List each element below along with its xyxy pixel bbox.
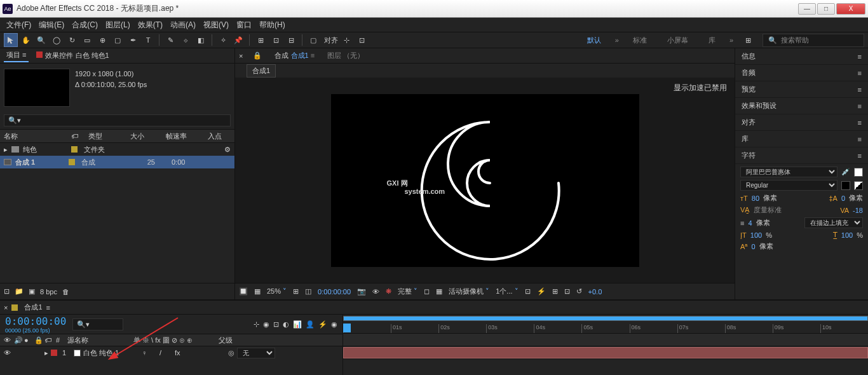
- library-panel-header[interactable]: 库≡: [735, 131, 868, 147]
- tab-menu-icon[interactable]: ≡: [46, 304, 50, 311]
- tracking[interactable]: -18: [853, 207, 863, 214]
- project-thumbnail[interactable]: [4, 69, 70, 107]
- close-button[interactable]: X: [836, 3, 865, 15]
- font-size[interactable]: 80: [752, 194, 759, 202]
- minimize-button[interactable]: —: [798, 3, 816, 15]
- effects-panel-header[interactable]: 效果和预设≡: [735, 98, 868, 114]
- col-in[interactable]: 入点: [208, 132, 222, 141]
- baseline[interactable]: 0: [751, 243, 755, 250]
- motion-blur-icon[interactable]: ◐: [283, 320, 289, 329]
- workspace-default[interactable]: 默认: [581, 34, 607, 46]
- layer-duration-bar[interactable]: [343, 347, 868, 358]
- close-tab-icon[interactable]: ×: [4, 304, 8, 311]
- align-panel-header[interactable]: 对齐≡: [735, 114, 868, 131]
- project-search[interactable]: 🔍▾: [4, 114, 231, 126]
- menu-composition[interactable]: 合成(C): [68, 18, 102, 32]
- comp-subtab[interactable]: 合成1: [247, 64, 276, 78]
- col-switches[interactable]: 单 ※ \ fx 圖 ⊘ ⊙ ⊕: [133, 336, 216, 345]
- panel-toggle[interactable]: ⊞: [741, 33, 755, 47]
- exposure[interactable]: +0.0: [588, 288, 602, 296]
- timeline-icon[interactable]: ⊞: [552, 287, 558, 296]
- audio-icon[interactable]: 🔊: [14, 336, 22, 344]
- frame-blend-icon[interactable]: ⊡: [273, 320, 279, 329]
- solo-icon[interactable]: ●: [24, 336, 32, 344]
- parent-dropdown[interactable]: 无: [237, 348, 275, 358]
- views-dropdown[interactable]: 1个... ˅: [496, 287, 518, 296]
- brainstorm-icon[interactable]: ◉: [331, 320, 337, 329]
- info-panel-header[interactable]: 信息≡: [735, 48, 868, 65]
- selection-tool[interactable]: [4, 33, 18, 47]
- effect-controls-tab[interactable]: 效果控件 白色 纯色1: [34, 50, 111, 62]
- new-comp-icon[interactable]: ▣: [29, 287, 35, 296]
- snap-toggle[interactable]: ▢: [306, 33, 320, 47]
- text-tool[interactable]: T: [141, 33, 155, 47]
- swap-colors[interactable]: [854, 181, 863, 190]
- menu-help[interactable]: 帮助(H): [255, 18, 289, 32]
- timeline-layer-track[interactable]: [343, 346, 868, 359]
- composition-viewer[interactable]: 显示加速已禁用 GXI 网 system.com: [235, 78, 735, 283]
- lock-icon[interactable]: 🔒: [253, 51, 262, 60]
- parent-pickwhip-icon[interactable]: ◎: [228, 349, 234, 357]
- transparency-icon[interactable]: ▦: [436, 287, 442, 296]
- workspace-library[interactable]: 库: [702, 34, 722, 46]
- graph-editor-icon[interactable]: 📊: [293, 320, 302, 329]
- video-icon[interactable]: 👁: [4, 336, 11, 344]
- clone-tool[interactable]: ⟐: [179, 33, 193, 47]
- project-row-folder[interactable]: ▸ 纯色 文件夹 ⚙: [0, 143, 234, 156]
- roi-icon[interactable]: ◻: [424, 287, 430, 296]
- reset-exposure-icon[interactable]: ↺: [576, 287, 582, 296]
- bpc-label[interactable]: 8 bpc: [40, 288, 57, 296]
- interpret-icon[interactable]: ⊡: [4, 287, 10, 296]
- menu-file[interactable]: 文件(F): [3, 18, 35, 32]
- grid-icon[interactable]: ▦: [254, 287, 261, 296]
- fill-color[interactable]: [854, 168, 863, 177]
- timecode-display[interactable]: 0:00:00:00 00000 (25.00 fps): [5, 315, 66, 334]
- snap-edge-tool[interactable]: ⊹: [339, 33, 353, 47]
- menu-layer[interactable]: 图层(L): [102, 18, 134, 32]
- local-axis-tool[interactable]: ⊞: [254, 33, 268, 47]
- playhead[interactable]: [343, 324, 351, 332]
- camera-dropdown[interactable]: 活动摄像机 ˅: [449, 287, 489, 296]
- project-row-comp[interactable]: 合成 1 合成 25 0:00: [0, 156, 234, 168]
- preview-panel-header[interactable]: 预览≡: [735, 81, 868, 98]
- puppet-tool[interactable]: 📌: [231, 33, 245, 47]
- camera-tool[interactable]: ▭: [80, 33, 94, 47]
- maximize-button[interactable]: □: [817, 3, 835, 15]
- zoom-dropdown[interactable]: 25% ˅: [267, 287, 287, 296]
- col-type[interactable]: 类型: [88, 132, 120, 141]
- menu-animation[interactable]: 动画(A): [166, 18, 200, 32]
- search-help[interactable]: 🔍 搜索帮助: [763, 34, 864, 47]
- tag-icon[interactable]: 🏷: [71, 132, 78, 140]
- hand-tool[interactable]: ✋: [19, 33, 33, 47]
- workspace-small[interactable]: 小屏幕: [661, 34, 695, 46]
- menu-view[interactable]: 视图(V): [200, 18, 233, 32]
- menu-effect[interactable]: 效果(T): [134, 18, 166, 32]
- magnify-icon[interactable]: 🔲: [239, 287, 248, 296]
- channel-icon[interactable]: ❋: [386, 287, 391, 296]
- orbit-tool[interactable]: ◯: [50, 33, 64, 47]
- flowchart-icon[interactable]: ⚙: [224, 146, 231, 154]
- new-folder-icon[interactable]: 📁: [15, 287, 24, 296]
- eraser-tool[interactable]: ◧: [194, 33, 208, 47]
- expand-icon[interactable]: ▸: [4, 146, 8, 154]
- stroke-fill-dropdown[interactable]: 在描边上填充: [804, 217, 863, 228]
- label-color[interactable]: [71, 146, 78, 153]
- eyedropper-icon[interactable]: 💉: [841, 168, 850, 176]
- expand-layer-icon[interactable]: ▸: [44, 349, 48, 357]
- snap-grid-tool[interactable]: ⊡: [355, 33, 369, 47]
- timeline-search[interactable]: 🔍▾: [72, 318, 123, 331]
- layer-switch-collapse[interactable]: /: [159, 349, 172, 357]
- comp-mini-flowchart-icon[interactable]: ⊹: [254, 320, 259, 329]
- trash-icon[interactable]: 🗑: [62, 288, 69, 296]
- hscale[interactable]: 100: [841, 231, 853, 239]
- leading[interactable]: 0: [841, 194, 845, 202]
- timeline-comp-tab[interactable]: 合成1: [24, 303, 42, 312]
- menu-edit[interactable]: 编辑(E): [35, 18, 68, 32]
- col-size[interactable]: 大小: [130, 132, 156, 141]
- project-tab[interactable]: 项目 ≡: [4, 49, 29, 62]
- comp-tab[interactable]: 合成 合成1 ≡: [272, 50, 317, 62]
- workspace-arrows[interactable]: »: [615, 36, 619, 44]
- timeline-layer-row[interactable]: 👁 ▸ 1 白色 纯色 1 ♀ / fx ◎ 无: [0, 346, 342, 359]
- pixel-aspect-icon[interactable]: ⊡: [525, 287, 531, 296]
- show-snapshot-icon[interactable]: 👁: [372, 288, 379, 296]
